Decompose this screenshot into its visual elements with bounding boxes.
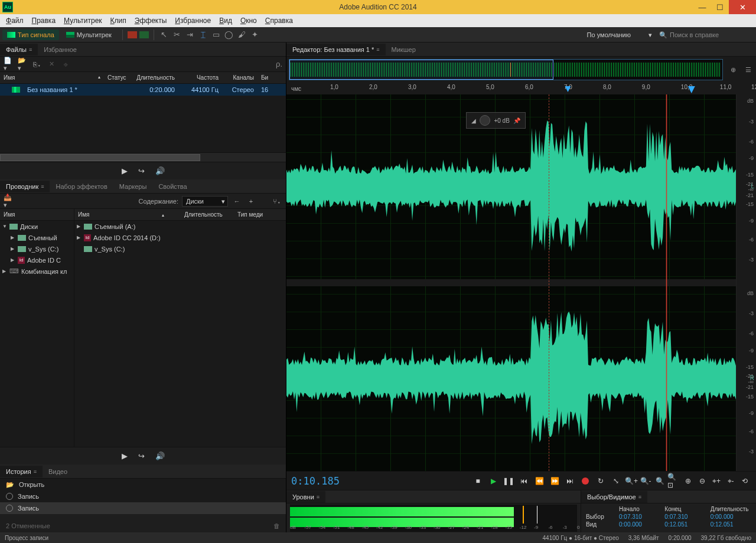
shortcut-button[interactable]: 📥▾	[4, 197, 14, 206]
new-file-button[interactable]: 📄▾	[4, 60, 14, 69]
razor-tool-icon[interactable]: ✂	[172, 30, 183, 40]
insert-button[interactable]: ⎆	[60, 60, 71, 69]
tree-header-name[interactable]: Имя	[0, 209, 74, 221]
back-button[interactable]: ←	[232, 197, 242, 206]
gain-knob[interactable]	[480, 115, 490, 126]
zoom-full-button[interactable]: 🔍	[653, 475, 666, 488]
import-button[interactable]: ⎘▾	[32, 60, 43, 69]
close-button[interactable]: ✕	[729, 0, 756, 14]
overview-selection[interactable]	[289, 60, 553, 80]
history-item-open[interactable]: 📂Открыть	[0, 479, 286, 490]
view-start-value[interactable]: 0:00.000	[619, 521, 660, 528]
list-item[interactable]: ▶v_Sys (C:)	[74, 243, 286, 254]
list-item[interactable]: ▶Съемный (A:)	[74, 221, 286, 232]
zoom-in-button[interactable]: 🔍+	[625, 475, 638, 488]
list-col-name[interactable]: Имя ▴	[78, 211, 184, 218]
preview-autoplay-button[interactable]: 🔊	[155, 166, 165, 175]
overview-navigator[interactable]	[289, 59, 723, 80]
menu-edit[interactable]: Правка	[28, 15, 60, 26]
spectral-freq-icon[interactable]	[128, 31, 137, 38]
history-item-record[interactable]: Запись	[0, 502, 286, 514]
trash-icon[interactable]: 🗑	[273, 522, 280, 529]
list-item[interactable]: ▶IdAdobe ID CC 2014 (D:)	[74, 232, 286, 243]
pin-icon[interactable]: 📌	[513, 117, 520, 124]
zoom-in-point-button[interactable]: ⌖+	[710, 475, 723, 488]
slip-tool-icon[interactable]: ⇥	[185, 30, 195, 40]
list-view-button[interactable]: ☰	[742, 63, 755, 76]
editor-tab[interactable]: Редактор: Без названия 1 * ≡	[286, 44, 386, 55]
close-file-button[interactable]: ✕	[46, 60, 57, 69]
zoom-reset-button[interactable]: ⟲	[738, 475, 751, 488]
zoom-out-button[interactable]: 🔍-	[639, 475, 652, 488]
play-button[interactable]: ▶	[487, 475, 500, 488]
heal-tool-icon[interactable]: ✦	[250, 30, 260, 40]
file-row[interactable]: Без названия 1 * 0:20.000 44100 Гц Стере…	[0, 84, 286, 96]
files-tab[interactable]: Файлы≡	[0, 44, 38, 55]
waveform-mode-button[interactable]: Тип сигнала	[2, 30, 59, 40]
move-tool-icon[interactable]: ↖	[159, 30, 170, 40]
tree-drive-d[interactable]: ▶IdAdobe ID C	[0, 254, 74, 266]
menu-help[interactable]: Справка	[262, 15, 296, 26]
zoom-in-v-button[interactable]: ⊕	[682, 475, 695, 488]
zoom-out-v-button[interactable]: ⊖	[696, 475, 709, 488]
menu-favorites[interactable]: Избранное	[171, 15, 214, 26]
sel-start-value[interactable]: 0:07.310	[619, 513, 660, 520]
sel-end-value[interactable]: 0:07.310	[664, 513, 705, 520]
maximize-button[interactable]: ☐	[711, 0, 729, 14]
volume-hud[interactable]: ◢ +0 dB 📌	[466, 112, 525, 129]
brush-tool-icon[interactable]: 🖌	[237, 30, 247, 40]
skip-selection-button[interactable]: ⤡	[610, 475, 623, 488]
history-item-record[interactable]: Запись	[0, 490, 286, 502]
rewind-button[interactable]: ⏪	[533, 475, 546, 488]
video-tab[interactable]: Видео	[43, 466, 73, 477]
minimize-button[interactable]: —	[693, 0, 711, 14]
multitrack-mode-button[interactable]: Мультитрек	[61, 30, 116, 40]
favorites-tab[interactable]: Избранное	[38, 44, 83, 55]
browser-loop-button[interactable]: ↪	[138, 452, 145, 460]
levels-tab[interactable]: Уровни≡	[286, 491, 325, 503]
browser-tab[interactable]: Проводник≡	[0, 181, 50, 192]
properties-tab[interactable]: Свойства	[152, 181, 193, 192]
selview-tab[interactable]: Выбор/Видимое≡	[581, 491, 647, 503]
effects-rack-tab[interactable]: Набор эффектов	[50, 181, 113, 192]
waveform-editor[interactable]: ◢ +0 dB 📌 dB -3 -6 -9 -15 -21 -∞ -21 -15	[286, 94, 756, 471]
col-name[interactable]: Имя ▴	[0, 74, 104, 81]
col-freq[interactable]: Частота	[178, 74, 222, 81]
help-search-input[interactable]: Поиск в справке	[659, 31, 754, 38]
mixer-tab[interactable]: Микшер	[386, 44, 422, 55]
view-end-value[interactable]: 0:12.051	[664, 521, 705, 528]
markers-tab[interactable]: Маркеры	[113, 181, 153, 192]
zoom-out-point-button[interactable]: ⌖-	[724, 475, 737, 488]
marquee-tool-icon[interactable]: ▭	[211, 30, 221, 40]
time-select-tool-icon[interactable]: ⌶	[198, 30, 208, 40]
time-ruler[interactable]: чмс 1,0 2,0 3,0 4,0 5,0 6,0 7,0 8,0 9,0 …	[286, 83, 756, 94]
tree-drive-c[interactable]: ▶v_Sys (C:)	[0, 243, 74, 254]
menu-window[interactable]: Окно	[237, 15, 260, 26]
zoom-sel-button[interactable]: 🔍⊡	[667, 475, 680, 488]
workspace-dropdown[interactable]: По умолчанию	[582, 30, 654, 40]
preview-play-button[interactable]: ▶	[122, 166, 128, 175]
timecode-display[interactable]: 0:10.185	[291, 475, 386, 487]
lasso-tool-icon[interactable]: ◯	[224, 30, 234, 40]
zoom-overview-button[interactable]: ⊕	[726, 63, 739, 76]
spectral-pitch-icon[interactable]	[139, 31, 149, 38]
record-button[interactable]	[579, 475, 592, 488]
col-duration[interactable]: Длительность	[130, 74, 178, 81]
sel-dur-value[interactable]: 0:00.000	[711, 513, 751, 520]
tree-drive-a[interactable]: ▶Съемный	[0, 232, 74, 243]
filter-input[interactable]: ρ.	[276, 60, 282, 68]
files-hscroll[interactable]	[0, 152, 286, 162]
preview-loop-button[interactable]: ↪	[138, 166, 145, 175]
browser-autoplay-button[interactable]: 🔊	[155, 452, 165, 460]
menu-file[interactable]: Файл	[2, 15, 27, 26]
history-tab[interactable]: История≡	[0, 466, 43, 477]
forward-button[interactable]: +	[246, 197, 256, 206]
playhead[interactable]	[666, 94, 667, 471]
col-status[interactable]: Статус	[104, 74, 130, 81]
col-channels[interactable]: Каналы	[222, 74, 258, 81]
tree-shortcuts[interactable]: ▶⌨Комбинация кл	[0, 266, 74, 277]
loop-button[interactable]: ↻	[594, 475, 607, 488]
prev-button[interactable]: ⏮	[517, 475, 530, 488]
tree-disks[interactable]: ▼Диски	[0, 221, 74, 232]
menu-view[interactable]: Вид	[216, 15, 236, 26]
